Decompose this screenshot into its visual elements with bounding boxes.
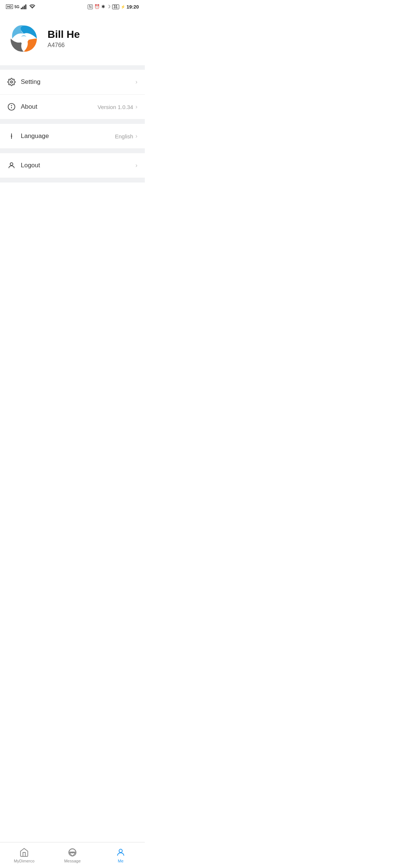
- gear-icon: [7, 78, 16, 86]
- svg-point-4: [19, 34, 29, 43]
- setting-menu-item[interactable]: Setting ›: [0, 70, 145, 95]
- status-left: HD 5G: [6, 4, 36, 9]
- battery-icon: 31: [112, 4, 119, 9]
- language-menu-item[interactable]: Language English ›: [0, 124, 145, 149]
- setting-menu-right: ›: [136, 79, 137, 85]
- bluetooth-icon: ✱: [101, 4, 105, 9]
- signal-icon: [21, 4, 27, 9]
- svg-rect-1: [22, 7, 23, 9]
- section-divider-1: [0, 65, 145, 70]
- status-bar: HD 5G N ⏰ ✱ ☽ 31 ⚡ 19:20: [0, 0, 145, 12]
- person-icon: [7, 161, 16, 170]
- app-logo: [7, 22, 40, 55]
- info-circle-icon: [7, 103, 16, 111]
- wifi-icon: [29, 4, 36, 9]
- language-label: Language: [21, 132, 49, 140]
- 5g-indicator: 5G: [14, 5, 19, 9]
- language-icon: [7, 132, 16, 140]
- setting-menu-left: Setting: [7, 78, 40, 86]
- profile-info: Bill He A4766: [48, 29, 80, 49]
- language-value: English: [115, 133, 133, 139]
- svg-rect-0: [21, 8, 22, 9]
- section-divider-4: [0, 178, 145, 183]
- about-chevron: ›: [136, 103, 137, 110]
- section-divider-2: [0, 119, 145, 124]
- nfc-icon: N: [88, 4, 92, 9]
- logout-label: Logout: [21, 162, 40, 169]
- about-label: About: [21, 103, 37, 111]
- language-chevron: ›: [136, 133, 137, 139]
- about-menu-left: About: [7, 103, 37, 111]
- setting-label: Setting: [21, 78, 40, 86]
- svg-rect-3: [25, 4, 26, 9]
- profile-name: Bill He: [48, 29, 80, 40]
- svg-rect-2: [24, 6, 25, 9]
- language-menu-right: English ›: [115, 133, 137, 139]
- profile-section: Bill He A4766: [0, 12, 145, 65]
- svg-point-5: [10, 81, 13, 83]
- moon-icon: ☽: [107, 4, 111, 9]
- profile-id: A4766: [48, 42, 80, 49]
- svg-point-10: [11, 136, 12, 137]
- setting-chevron: ›: [136, 79, 137, 85]
- logout-menu-left: Logout: [7, 161, 40, 170]
- about-menu-item[interactable]: About Version 1.0.34 ›: [0, 95, 145, 119]
- logout-chevron: ›: [136, 162, 137, 169]
- language-menu-left: Language: [7, 132, 49, 140]
- status-time: 19:20: [127, 4, 139, 10]
- alarm-icon: ⏰: [94, 4, 100, 9]
- svg-point-11: [10, 163, 13, 165]
- section-divider-3: [0, 149, 145, 153]
- about-menu-right: Version 1.0.34 ›: [98, 103, 137, 110]
- logout-menu-item[interactable]: Logout ›: [0, 153, 145, 178]
- charging-icon: ⚡: [121, 5, 125, 9]
- logout-menu-right: ›: [136, 162, 137, 169]
- hd-badge: HD: [6, 4, 13, 9]
- about-version: Version 1.0.34: [98, 104, 133, 110]
- status-right: N ⏰ ✱ ☽ 31 ⚡ 19:20: [88, 4, 139, 10]
